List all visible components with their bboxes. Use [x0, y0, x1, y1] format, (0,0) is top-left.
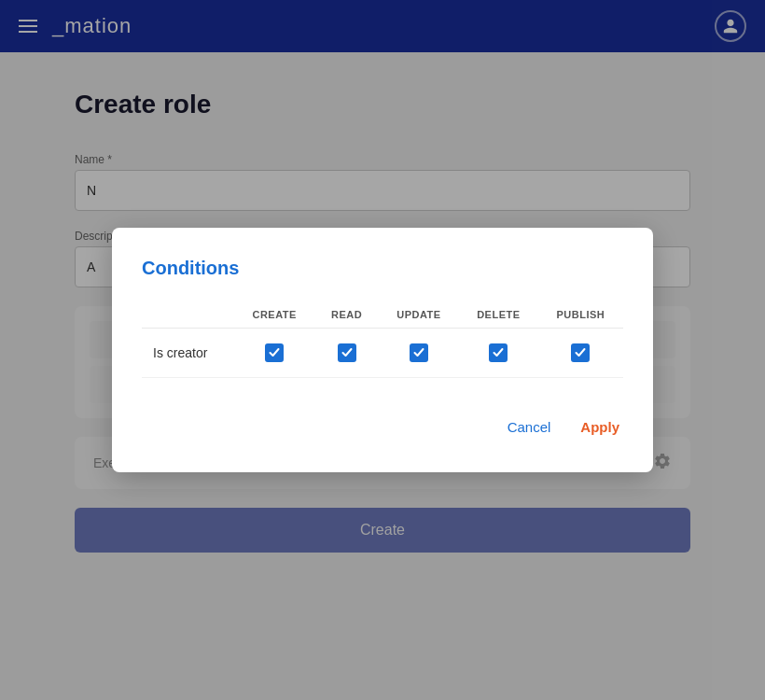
- cell-update: [379, 329, 459, 378]
- cancel-button[interactable]: Cancel: [504, 412, 555, 442]
- cell-delete: [459, 329, 538, 378]
- col-header-create: CREATE: [234, 301, 314, 329]
- col-header-delete: DELETE: [459, 301, 538, 329]
- checkbox-delete[interactable]: [489, 343, 508, 362]
- row-label-is-creator: Is creator: [142, 329, 234, 378]
- modal-title: Conditions: [142, 258, 623, 279]
- conditions-table: CREATE READ UPDATE DELETE PUBLISH Is cre…: [142, 301, 623, 378]
- conditions-modal: Conditions CREATE READ UPDATE DELETE PUB…: [112, 228, 653, 472]
- modal-footer: Cancel Apply: [142, 404, 623, 442]
- table-header-row: CREATE READ UPDATE DELETE PUBLISH: [142, 301, 623, 329]
- checkbox-read[interactable]: [338, 343, 356, 362]
- cell-create: [234, 329, 314, 378]
- col-header-publish: PUBLISH: [538, 301, 623, 329]
- cell-read: [314, 329, 379, 378]
- col-header-read: READ: [314, 301, 379, 329]
- cell-publish: [538, 329, 623, 378]
- col-header-update: UPDATE: [379, 301, 459, 329]
- apply-button[interactable]: Apply: [577, 412, 623, 442]
- checkbox-update[interactable]: [410, 343, 428, 362]
- modal-overlay: Conditions CREATE READ UPDATE DELETE PUB…: [0, 0, 765, 700]
- col-header-empty: [142, 301, 234, 329]
- checkbox-publish[interactable]: [571, 343, 590, 362]
- checkbox-create[interactable]: [265, 343, 284, 362]
- table-row: Is creator: [142, 329, 623, 378]
